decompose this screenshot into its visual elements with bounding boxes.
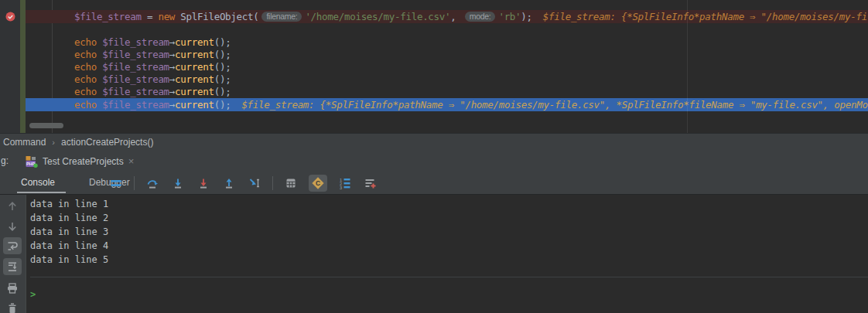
code-token: echo	[74, 73, 102, 85]
phpstorm-window: $file_stream = new SplFileObject(filenam…	[0, 0, 868, 313]
code-line-breakpoint[interactable]: $file_stream = new SplFileObject(filenam…	[26, 10, 868, 23]
console-line: data in line 3	[27, 225, 868, 239]
tab-console[interactable]: Console	[19, 172, 56, 194]
debug-label: g:	[1, 151, 9, 172]
code-token: echo	[74, 49, 102, 60]
chevron-right-icon: ›	[49, 138, 58, 147]
step-over-icon[interactable]	[145, 175, 160, 191]
code-editor[interactable]: $file_stream = new SplFileObject(filenam…	[0, 0, 868, 133]
run-tab-bar: g: PHP Test CreateProjects ×	[0, 151, 868, 172]
console-line: data in line 5	[27, 253, 868, 267]
show-execution-point-icon[interactable]	[108, 175, 124, 191]
code-token: current	[175, 86, 214, 97]
code-token: current	[175, 36, 214, 48]
debug-toolbar: Console Debugger	[0, 172, 868, 195]
code-token: current	[175, 99, 214, 111]
code-token: $file_stream	[102, 73, 169, 85]
code-token: SplFileObject(	[175, 11, 258, 22]
vcs-change-strip	[20, 0, 26, 133]
code-line-execution[interactable]: echo $file_stream→current();$file_stream…	[26, 98, 868, 111]
console-line: data in line 4	[27, 239, 868, 253]
breadcrumb-item[interactable]: actionCreateProjects()	[58, 137, 156, 148]
code-token: →	[169, 99, 175, 111]
breakpoint-icon[interactable]	[5, 12, 15, 22]
code-token: ();	[214, 36, 231, 48]
code-token: ();	[214, 99, 231, 111]
parameter-inlay-hint: mode:	[465, 12, 496, 22]
step-out-icon[interactable]	[221, 175, 237, 191]
code-token: ();	[214, 61, 231, 73]
console-input-separator	[30, 277, 868, 277]
code-token: →	[169, 36, 175, 48]
code-token: current	[175, 49, 214, 60]
code-token: →	[169, 73, 175, 85]
console-line: data in line 2	[27, 211, 868, 225]
horizontal-scrollbar[interactable]	[29, 123, 63, 128]
code-token: 'rb'	[498, 11, 521, 22]
code-token: $file_stream	[102, 86, 169, 97]
code-token: ();	[214, 73, 231, 85]
code-token: →	[169, 86, 175, 97]
phpunit-icon: PHP	[26, 155, 38, 168]
code-token: '/home/moises/my-file.csv'	[305, 11, 450, 22]
numbered-list-icon[interactable]: 1 2 3	[337, 175, 353, 191]
code-token: ();	[214, 86, 231, 97]
code-token: new	[158, 11, 175, 22]
breadcrumb-bar: Command›actionCreateProjects()	[0, 133, 868, 151]
code-token: current	[175, 73, 214, 85]
code-line[interactable]: echo $file_stream→current();	[26, 49, 868, 61]
code-token: $file_stream	[74, 11, 142, 22]
code-token: $file_stream	[102, 49, 169, 60]
inline-debugger-value: $file_stream: {*SplFileInfo*pathName ⇒ "…	[543, 11, 868, 22]
force-step-into-icon[interactable]	[196, 175, 211, 191]
print-icon[interactable]	[3, 280, 22, 297]
code-token: $file_stream	[102, 36, 169, 48]
code-token: ();	[214, 49, 231, 60]
code-token: echo	[74, 86, 102, 97]
breadcrumb-item[interactable]: Command	[0, 137, 49, 148]
toolbar-separator	[272, 176, 273, 190]
code-token: =	[142, 11, 159, 22]
code-token: echo	[74, 99, 102, 111]
code-token: echo	[74, 61, 102, 73]
inline-debugger-value: $file_stream: {*SplFileInfo*pathName ⇒ "…	[241, 99, 868, 111]
code-line[interactable]: echo $file_stream→current();	[26, 36, 868, 49]
svg-text:C: C	[316, 179, 320, 186]
console-output[interactable]: data in line 1data in line 2data in line…	[27, 195, 868, 313]
add-watch-icon[interactable]	[363, 175, 378, 191]
code-token: $file_stream	[102, 99, 169, 111]
code-token: ,	[450, 11, 461, 22]
code-line[interactable]: echo $file_stream→current();	[26, 86, 868, 98]
step-toolbar: C 1 2 3	[108, 172, 378, 194]
code-token: );	[521, 11, 531, 22]
right-margin-guide	[687, 0, 688, 133]
php-console-icon[interactable]: C	[309, 175, 327, 192]
code-token: echo	[74, 36, 102, 48]
code-token: →	[169, 61, 175, 73]
evaluate-expression-icon[interactable]	[283, 175, 299, 191]
scroll-to-end-icon[interactable]	[3, 258, 22, 275]
code-token: →	[169, 49, 175, 60]
code-line[interactable]: echo $file_stream→current();	[26, 61, 868, 73]
console-prompt[interactable]: >	[30, 289, 36, 300]
console-line: data in line 1	[27, 197, 868, 211]
toolbar-separator	[134, 176, 135, 190]
code-token: $file_stream	[102, 61, 169, 73]
svg-text:3: 3	[340, 185, 342, 189]
down-arrow-icon[interactable]	[3, 218, 22, 235]
close-icon[interactable]: ×	[128, 156, 135, 166]
editor-gutter[interactable]	[0, 0, 20, 133]
up-arrow-icon[interactable]	[3, 198, 22, 215]
run-to-cursor-icon[interactable]	[247, 175, 262, 191]
parameter-inlay-hint: filename:	[261, 12, 302, 22]
code-token: current	[175, 61, 214, 73]
console-toolbar	[0, 195, 26, 313]
run-tab-label: Test CreateProjects	[43, 156, 124, 167]
code-line[interactable]: echo $file_stream→current();	[26, 73, 868, 86]
run-tab[interactable]: PHP Test CreateProjects ×	[21, 151, 138, 172]
clear-console-icon[interactable]	[3, 300, 22, 313]
step-into-icon[interactable]	[170, 175, 186, 191]
soft-wrap-icon[interactable]	[3, 237, 22, 254]
